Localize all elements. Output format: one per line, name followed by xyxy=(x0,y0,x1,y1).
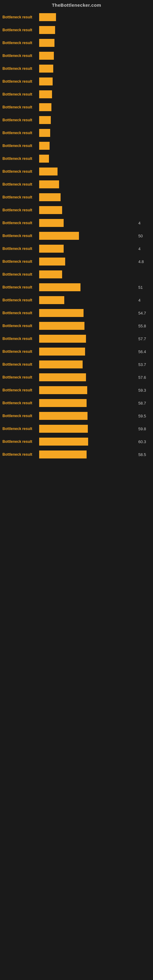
bottleneck-label: Bottleneck result xyxy=(2,156,39,161)
header: TheBottlenecker.com xyxy=(0,0,153,11)
progress-bar xyxy=(39,232,79,240)
bottleneck-label: Bottleneck result xyxy=(2,195,39,199)
table-row: Bottleneck result xyxy=(0,153,153,164)
progress-bar xyxy=(39,219,64,227)
table-row: Bottleneck result4 xyxy=(0,217,153,229)
bar-container xyxy=(39,296,137,304)
progress-bar xyxy=(39,309,83,317)
table-row: Bottleneck result xyxy=(0,127,153,139)
progress-bar xyxy=(39,360,83,368)
progress-bar xyxy=(39,245,64,253)
bottleneck-value: 57.6 xyxy=(138,375,151,380)
progress-bar xyxy=(39,142,49,150)
bar-container xyxy=(39,39,137,47)
bottleneck-label: Bottleneck result xyxy=(2,375,39,379)
bottleneck-value: 54.7 xyxy=(138,311,151,315)
bottleneck-value: 59.8 xyxy=(138,426,151,431)
progress-bar xyxy=(39,129,50,137)
bottleneck-value: 57.7 xyxy=(138,337,151,341)
bottleneck-label: Bottleneck result xyxy=(2,247,39,251)
bottleneck-label: Bottleneck result xyxy=(2,144,39,148)
table-row: Bottleneck result54.7 xyxy=(0,307,153,319)
progress-bar xyxy=(39,373,86,381)
progress-bar xyxy=(39,386,87,394)
bottleneck-label: Bottleneck result xyxy=(2,208,39,212)
bottleneck-label: Bottleneck result xyxy=(2,259,39,264)
table-row: Bottleneck result xyxy=(0,178,153,190)
table-row: Bottleneck result xyxy=(0,191,153,203)
progress-bar xyxy=(39,103,51,111)
table-row: Bottleneck result56.4 xyxy=(0,346,153,357)
bottleneck-value: 60.3 xyxy=(138,439,151,444)
progress-bar xyxy=(39,438,88,445)
bar-container xyxy=(39,399,137,407)
bottleneck-label: Bottleneck result xyxy=(2,285,39,290)
bottleneck-value: 59.5 xyxy=(138,414,151,418)
bar-container xyxy=(39,348,137,356)
bar-container xyxy=(39,193,137,201)
bar-container xyxy=(39,386,137,394)
progress-bar xyxy=(39,425,88,433)
bottleneck-value: 53.7 xyxy=(138,362,151,367)
table-row: Bottleneck result51 xyxy=(0,282,153,293)
bar-container xyxy=(39,26,137,34)
bottleneck-value: 55.8 xyxy=(138,324,151,328)
table-row: Bottleneck result59.3 xyxy=(0,384,153,396)
bar-container xyxy=(39,206,137,214)
table-row: Bottleneck result4 xyxy=(0,294,153,306)
bar-container xyxy=(39,78,137,86)
bar-container xyxy=(39,155,137,162)
bottleneck-label: Bottleneck result xyxy=(2,79,39,84)
bottleneck-label: Bottleneck result xyxy=(2,388,39,392)
bottleneck-value: 59.3 xyxy=(138,388,151,393)
table-row: Bottleneck result xyxy=(0,114,153,126)
bottleneck-value: 56.4 xyxy=(138,350,151,354)
bottleneck-label: Bottleneck result xyxy=(2,311,39,315)
progress-bar xyxy=(39,155,49,162)
bar-container xyxy=(39,103,137,111)
progress-bar xyxy=(39,270,62,278)
bottleneck-value: 4 xyxy=(138,298,151,302)
bottleneck-label: Bottleneck result xyxy=(2,221,39,225)
bottleneck-label: Bottleneck result xyxy=(2,182,39,186)
table-row: Bottleneck result60.3 xyxy=(0,436,153,447)
table-row: Bottleneck result xyxy=(0,24,153,36)
bar-container xyxy=(39,438,137,445)
table-row: Bottleneck result53.7 xyxy=(0,359,153,370)
bottleneck-label: Bottleneck result xyxy=(2,337,39,341)
bar-container xyxy=(39,129,137,137)
table-row: Bottleneck result58.5 xyxy=(0,449,153,460)
progress-bar xyxy=(39,65,53,73)
table-row: Bottleneck result xyxy=(0,204,153,216)
bottleneck-label: Bottleneck result xyxy=(2,67,39,71)
table-row: Bottleneck result xyxy=(0,37,153,49)
table-row: Bottleneck result xyxy=(0,140,153,151)
bottleneck-label: Bottleneck result xyxy=(2,54,39,58)
progress-bar xyxy=(39,412,88,420)
table-row: Bottleneck result xyxy=(0,101,153,113)
progress-bar xyxy=(39,258,65,266)
bar-container xyxy=(39,65,137,73)
progress-bar xyxy=(39,167,57,175)
table-row: Bottleneck result50 xyxy=(0,230,153,242)
bottleneck-label: Bottleneck result xyxy=(2,362,39,367)
table-row: Bottleneck result4.8 xyxy=(0,256,153,267)
site-title: TheBottlenecker.com xyxy=(0,0,153,11)
bar-container xyxy=(39,258,137,266)
progress-bar xyxy=(39,206,62,214)
bottleneck-value: 58.7 xyxy=(138,401,151,406)
progress-bar xyxy=(39,52,54,60)
bar-container xyxy=(39,283,137,291)
bar-container xyxy=(39,309,137,317)
bottleneck-label: Bottleneck result xyxy=(2,131,39,135)
table-row: Bottleneck result55.8 xyxy=(0,320,153,332)
table-row: Bottleneck result xyxy=(0,50,153,62)
bar-container xyxy=(39,412,137,420)
bar-container xyxy=(39,116,137,124)
bottleneck-label: Bottleneck result xyxy=(2,118,39,122)
table-row: Bottleneck result xyxy=(0,63,153,75)
bottleneck-label: Bottleneck result xyxy=(2,105,39,109)
bar-container xyxy=(39,52,137,60)
progress-bar xyxy=(39,90,52,98)
table-row: Bottleneck result xyxy=(0,11,153,23)
